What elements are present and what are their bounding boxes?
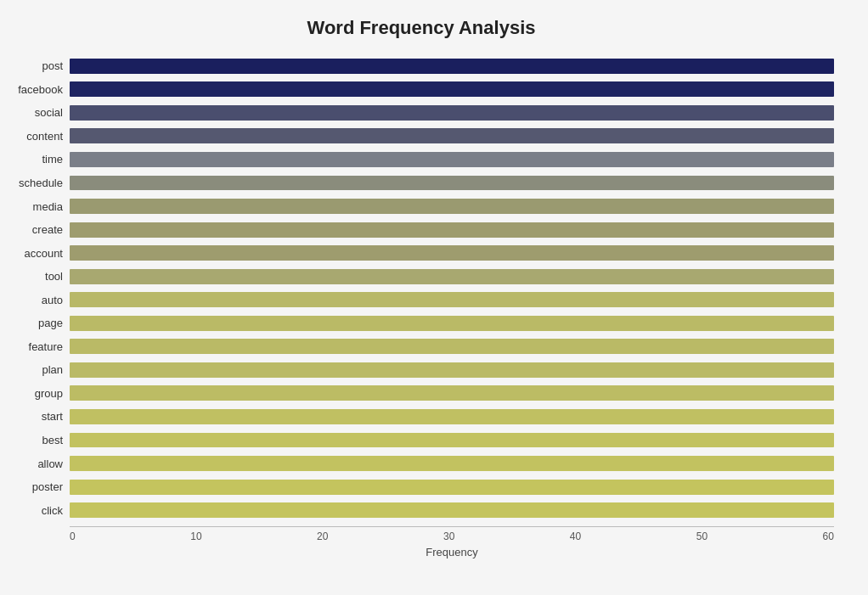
x-ticks: 0102030405060 bbox=[70, 527, 834, 542]
bar-row: feature bbox=[8, 335, 834, 359]
bar-track bbox=[70, 128, 834, 143]
x-tick: 10 bbox=[190, 530, 201, 542]
bar-label: page bbox=[8, 317, 70, 329]
bar-label: start bbox=[8, 410, 70, 423]
bar-label: create bbox=[8, 223, 70, 236]
bar-track bbox=[70, 316, 834, 331]
bar-row: content bbox=[8, 125, 834, 149]
bar-track bbox=[70, 480, 834, 495]
bar-row: tool bbox=[8, 265, 834, 289]
bar-row: click bbox=[8, 498, 834, 522]
x-tick: 0 bbox=[70, 530, 76, 542]
x-tick: 30 bbox=[443, 530, 454, 542]
bar-track bbox=[70, 245, 834, 261]
bar-track bbox=[70, 176, 834, 191]
bar-track bbox=[70, 105, 834, 121]
bar-label: best bbox=[8, 434, 70, 446]
bar-track bbox=[70, 222, 834, 238]
bar-label: group bbox=[8, 387, 70, 400]
bar-label: auto bbox=[8, 294, 70, 306]
bar-label: post bbox=[8, 59, 70, 72]
bar-track bbox=[70, 433, 834, 448]
bar-label: facebook bbox=[8, 83, 70, 96]
bar-track bbox=[70, 339, 834, 354]
chart-container: Word Frequency Analysis postfacebooksoci… bbox=[0, 0, 868, 595]
bar-label: media bbox=[8, 200, 70, 213]
bar-label: allow bbox=[8, 457, 70, 470]
bar-row: post bbox=[8, 54, 834, 78]
x-tick: 20 bbox=[317, 530, 328, 542]
x-axis-label: Frequency bbox=[70, 546, 834, 559]
bar-label: account bbox=[8, 247, 70, 260]
bar-row: facebook bbox=[8, 78, 834, 102]
bar-row: plan bbox=[8, 358, 834, 382]
bar-track bbox=[70, 409, 834, 424]
chart-area: postfacebooksocialcontenttimeschedulemed… bbox=[8, 54, 834, 522]
bar-track bbox=[70, 362, 834, 378]
x-tick: 60 bbox=[823, 530, 834, 542]
bar-label: click bbox=[8, 504, 70, 517]
bar-row: schedule bbox=[8, 171, 834, 195]
x-tick: 50 bbox=[696, 530, 707, 542]
bar-track bbox=[70, 385, 834, 401]
bar-row: best bbox=[8, 429, 834, 452]
bar-row: social bbox=[8, 101, 834, 125]
bar-row: auto bbox=[8, 288, 834, 312]
bar-row: poster bbox=[8, 475, 834, 499]
bar-label: poster bbox=[8, 480, 70, 493]
bar-track bbox=[70, 199, 834, 214]
bar-row: time bbox=[8, 148, 834, 171]
bar-label: schedule bbox=[8, 177, 70, 189]
bar-track bbox=[70, 152, 834, 167]
bar-track bbox=[70, 269, 834, 284]
bar-label: content bbox=[8, 130, 70, 143]
bar-track bbox=[70, 502, 834, 518]
bar-row: page bbox=[8, 312, 834, 335]
x-tick: 40 bbox=[570, 530, 581, 542]
bar-row: create bbox=[8, 218, 834, 242]
bar-label: tool bbox=[8, 270, 70, 283]
bar-row: start bbox=[8, 405, 834, 429]
bar-track bbox=[70, 59, 834, 74]
bar-track bbox=[70, 81, 834, 97]
bar-track bbox=[70, 456, 834, 471]
bar-row: allow bbox=[8, 452, 834, 475]
bar-row: group bbox=[8, 382, 834, 406]
bar-track bbox=[70, 292, 834, 307]
bar-label: time bbox=[8, 153, 70, 166]
x-axis-area: 0102030405060 Frequency bbox=[70, 526, 834, 560]
bar-label: social bbox=[8, 106, 70, 119]
bar-row: account bbox=[8, 241, 834, 265]
bar-label: plan bbox=[8, 363, 70, 376]
bar-row: media bbox=[8, 194, 834, 218]
chart-title: Word Frequency Analysis bbox=[8, 17, 834, 39]
bar-label: feature bbox=[8, 340, 70, 353]
